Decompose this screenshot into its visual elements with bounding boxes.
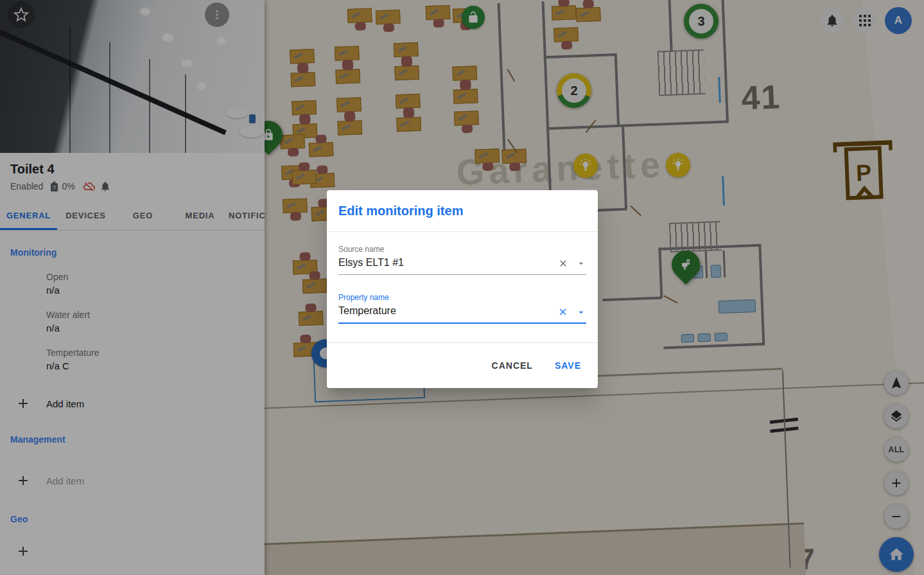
property-name-field[interactable]: Property name Temperature xyxy=(338,293,586,324)
property-name-value[interactable]: Temperature xyxy=(338,302,586,324)
cancel-button[interactable]: CANCEL xyxy=(485,354,539,377)
source-name-value[interactable]: Elsys ELT1 #1 xyxy=(338,254,586,275)
field-label: Property name xyxy=(338,293,586,302)
clear-icon[interactable] xyxy=(558,258,568,269)
dialog-footer: CANCEL SAVE xyxy=(327,342,598,388)
source-name-field[interactable]: Source name Elsys ELT1 #1 xyxy=(338,245,586,275)
field-label: Source name xyxy=(338,245,586,254)
app-window: Garanette 41 27 P 3 2 xyxy=(0,0,924,575)
dropdown-caret-icon[interactable] xyxy=(576,258,586,269)
save-button[interactable]: SAVE xyxy=(548,354,588,377)
dialog-title: Edit monitoring item xyxy=(327,190,598,232)
edit-monitoring-dialog: Edit monitoring item Source name Elsys E… xyxy=(327,190,598,388)
dropdown-caret-icon[interactable] xyxy=(576,307,586,317)
clear-icon[interactable] xyxy=(557,306,568,317)
